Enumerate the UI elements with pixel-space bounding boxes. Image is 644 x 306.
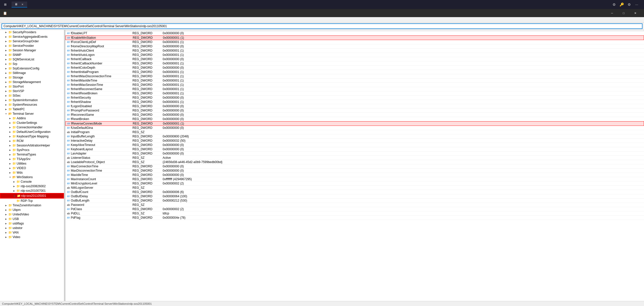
tree-item-serviceaggregatedevents[interactable]: ▶ 📁 ServiceAggregatedEvents	[0, 34, 64, 39]
tree-item-systeminformation[interactable]: ▶ 📁 SystemInformation	[0, 98, 64, 102]
tree-item-stillimage[interactable]: ▶ 📁 StillImage	[0, 71, 64, 75]
gear-icon[interactable]: ⚙	[627, 2, 631, 7]
col-data[interactable]	[161, 30, 644, 31]
table-row[interactable]: ## fPromptForPassword REG_DWORD 0x000000…	[65, 108, 644, 113]
table-row[interactable]: ## fInheritAutoClient REG_DWORD 0x000000…	[65, 49, 644, 53]
tree-item-defaultuserconfiguration[interactable]: ▶ 📁 DefaultUserConfiguration	[0, 130, 64, 134]
table-row[interactable]: ## KeyboardLayout REG_DWORD 0x00000000 (…	[65, 147, 644, 151]
taskbar-start[interactable]: ⊞	[2, 2, 10, 7]
tree-item-tsappsrv[interactable]: ▶ 📁 TSAppSrv	[0, 157, 64, 161]
tree-item-utilities[interactable]: ▶ 📁 Utilities	[0, 161, 64, 166]
table-row[interactable]: ab LoadableProtocol_Object REG_SZ {24656…	[65, 160, 644, 164]
table-row[interactable]: ## KeepAliveTimeout REG_DWORD 0x00000000…	[65, 143, 644, 147]
menu-favorites[interactable]	[13, 19, 17, 20]
tree-item-rdp201105001[interactable]: ▶ 📁 rdp-sxs201105001	[0, 193, 64, 199]
table-row[interactable]: ## fInheritCallbackNumber REG_DWORD 0x00…	[65, 61, 644, 66]
tree-item-storage[interactable]: ▶ 📁 Storage	[0, 75, 64, 80]
tree-item-srp[interactable]: ▶ 📁 Srp	[0, 62, 64, 66]
tree-item-addins[interactable]: ▶ 📁 Addins	[0, 116, 64, 121]
taskbar-app-close[interactable]: ✕	[21, 3, 24, 6]
col-type[interactable]	[131, 30, 161, 31]
tree-item-rdp-tcp[interactable]: 📁 RDP-Tcp	[0, 199, 64, 203]
table-row[interactable]: ## MaxConnectionTime REG_DWORD 0x0000000…	[65, 164, 644, 169]
key-icon[interactable]: 🔑	[619, 2, 624, 7]
table-row[interactable]: ## fInheritReconnectSame REG_DWORD 0x000…	[65, 87, 644, 91]
tree-item-sessionmanager[interactable]: ▶ 📁 Session Manager	[0, 48, 64, 53]
tree-item-wds[interactable]: ▶ 📁 Wds	[0, 170, 64, 175]
table-row[interactable]: ## MaxDisconnectionTime REG_DWORD 0x0000…	[65, 169, 644, 173]
tree-item-usbflags[interactable]: ▶ 📁 usbflags	[0, 221, 64, 226]
table-row[interactable]: ## fResetBroken REG_DWORD 0x00000000 (0)	[65, 117, 644, 121]
col-name[interactable]	[65, 30, 131, 31]
maximize-button[interactable]: □	[618, 9, 629, 17]
tree-item-connectionhandler[interactable]: ▶ 📁 ConnectionHandler	[0, 125, 64, 130]
tree-item-rcm[interactable]: ▶ 📁 RCM	[0, 139, 64, 143]
menu-view[interactable]	[9, 19, 13, 20]
table-row[interactable]: ## fInheritCallback REG_DWORD 0x00000000…	[65, 57, 644, 61]
tree-item-terminaltypes[interactable]: ▶ 📁 TerminalTypes	[0, 152, 64, 157]
tree-item-snmp[interactable]: ▶ 📁 SNMP	[0, 53, 64, 57]
table-row[interactable]: ## fInheritInitialProgram REG_DWORD 0x00…	[65, 70, 644, 74]
tree-item-sessionarbitration[interactable]: ▶ 📁 SessionArbitrationHelper	[0, 143, 64, 148]
tree-item-timezoneinformation[interactable]: ▶ 📁 TimeZoneInformation	[0, 203, 64, 208]
table-row[interactable]: ## OutBufDelay REG_DWORD 0x00000064 (100…	[65, 194, 644, 199]
tree-item-srpextensionconfig[interactable]: ▶ 📁 SrpExtensionConfig	[0, 66, 64, 71]
tree-item-storport[interactable]: ▶ 📁 StorPort	[0, 84, 64, 89]
tree-item-servicegrouporder[interactable]: ▶ 📁 ServiceGroupOrder	[0, 39, 64, 44]
tree-item-winstations[interactable]: ▼ 📂 WinStations	[0, 175, 64, 179]
table-row[interactable]: ## fReverseConnectMode REG_DWORD 0x00000…	[65, 121, 644, 126]
tree-item-console[interactable]: ▶ 📁 Console	[0, 179, 64, 184]
table-row[interactable]: ## fHomeDirectoryMapRoot REG_DWORD 0x000…	[65, 44, 644, 49]
table-row[interactable]: ## fInheritMaxIdleTime REG_DWORD 0x00000…	[65, 79, 644, 83]
table-row[interactable]: ## fDisableLPT REG_DWORD 0x00000000 (0)	[65, 31, 644, 35]
table-row[interactable]: ## fInheritResetBroken REG_DWORD 0x00000…	[65, 91, 644, 96]
table-row[interactable]: ab Password REG_SZ	[65, 203, 644, 207]
table-row[interactable]: ## PdFlag REG_DWORD 0x0000004e (78)	[65, 216, 644, 220]
tree-item-usbstor[interactable]: ▶ 📁 usbstor	[0, 226, 64, 230]
table-row[interactable]: ## fInheritAutoLogon REG_DWORD 0x0000000…	[65, 53, 644, 57]
tree-item-usb[interactable]: ▶ 📁 USB	[0, 217, 64, 221]
table-row[interactable]: ## fInheritMaxDisconnectionTime REG_DWOR…	[65, 74, 644, 79]
tree-item-van[interactable]: ▶ 📁 VAN	[0, 230, 64, 235]
tree-item-clustersettings[interactable]: ▶ 📁 ClusterSettings	[0, 121, 64, 125]
table-row[interactable]: ## fForceClientLptDef REG_DWORD 0x000000…	[65, 40, 644, 44]
table-row[interactable]: ## fInheritShadow REG_DWORD 0x00000001 (…	[65, 100, 644, 104]
menu-help[interactable]	[17, 19, 21, 20]
table-row[interactable]: ab InitialProgram REG_SZ	[65, 130, 644, 134]
tree-item-video[interactable]: ▶ 📁 VIDEO	[0, 166, 64, 170]
taskbar-app-desktop[interactable]: 🖥 ✕	[12, 2, 27, 8]
table-row[interactable]: ## OutBufLength REG_DWORD 0x00000212 (53…	[65, 199, 644, 203]
table-row[interactable]: ## MaxInstanceCount REG_DWORD 0xffffffff…	[65, 177, 644, 181]
tree-item-systemresources[interactable]: ▶ 📁 SystemResources	[0, 102, 64, 107]
table-row[interactable]: ## LanAdapter REG_DWORD 0x00000000 (0)	[65, 151, 644, 156]
table-row[interactable]: ## MaxIdleTime REG_DWORD 0x00000000 (0)	[65, 173, 644, 177]
tree-item-stsec[interactable]: ▶ 📁 StSec	[0, 93, 64, 98]
tree-item-rdp201007001[interactable]: ▶ 📁 rdp-sxs201007001	[0, 188, 64, 193]
tree-item-tabletpc[interactable]: ▶ 📁 TabletPC	[0, 107, 64, 111]
table-row[interactable]: ab ListenerStatus REG_SZ Active	[65, 156, 644, 160]
table-row[interactable]: ## fInheritMaxSessionTime REG_DWORD 0x00…	[65, 83, 644, 87]
table-row[interactable]: ## InputBufferLength REG_DWORD 0x0000080…	[65, 134, 644, 139]
table-row[interactable]: ## OutBufCount REG_DWORD 0x00000006 (6)	[65, 190, 644, 194]
table-row[interactable]: ## fEnableWinStation REG_DWORD 0x0000000…	[65, 35, 644, 40]
table-row[interactable]: ## fReconnectSame REG_DWORD 0x00000000 (…	[65, 113, 644, 117]
tree-item-storvsp[interactable]: ▶ 📁 StorVSP	[0, 89, 64, 93]
table-row[interactable]: ## fUseDefaultGina REG_DWORD 0x00000000 …	[65, 126, 644, 130]
menu-file[interactable]	[1, 19, 5, 20]
settings-icon[interactable]: ⚙	[612, 2, 616, 7]
tree-item-ubpm[interactable]: ▶ 📁 Ubpm	[0, 208, 64, 212]
tree-item-unitedvideo[interactable]: ▶ 📁 UnitedVideo	[0, 212, 64, 217]
more-icon[interactable]: ···	[634, 2, 639, 7]
table-row[interactable]: ## fLogonDisabled REG_DWORD 0x00000000 (…	[65, 104, 644, 108]
menu-edit[interactable]	[5, 19, 9, 20]
table-row[interactable]: ## fInheritSecurity REG_DWORD 0x00000000…	[65, 96, 644, 100]
table-row[interactable]: ## MinEncryptionLevel REG_DWORD 0x000000…	[65, 181, 644, 186]
tree-item-sqmservicelist[interactable]: ▶ 📁 SQMServiceList	[0, 57, 64, 62]
close-button[interactable]: ✕	[629, 9, 641, 17]
tree-item-securityproviders[interactable]: ▶ 📁 SecurityProviders	[0, 30, 64, 34]
minimize-button[interactable]: ─	[606, 9, 618, 17]
tree-item-serviceprovider[interactable]: ▶ 📁 ServiceProvider	[0, 44, 64, 48]
address-input[interactable]	[2, 23, 642, 29]
table-row[interactable]: ab NWLogonServer REG_SZ	[65, 186, 644, 190]
tree-item-rdp200826002[interactable]: ▶ 📁 rdp-sxs200826002	[0, 184, 64, 188]
